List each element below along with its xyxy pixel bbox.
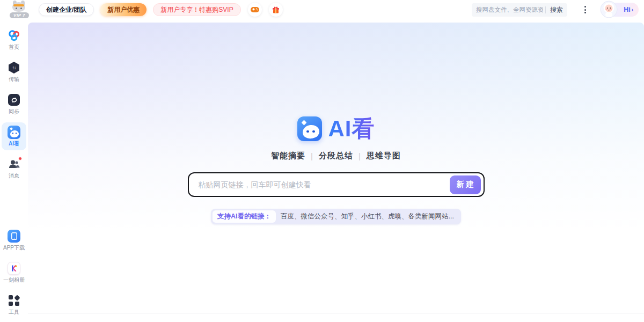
sidebar-item-label: 一刻相册 <box>3 276 25 284</box>
gift-icon <box>272 6 280 13</box>
svip-promo-button[interactable]: 新用户专享！特惠购SVIP <box>153 3 240 16</box>
tagline-item: 分段总结 <box>319 151 353 161</box>
sidebar: 首页 ↑↓ 传输 同步 AI看 <box>0 19 28 322</box>
sidebar-item-label: AI看 <box>9 140 19 148</box>
gift-button[interactable] <box>269 3 283 17</box>
sidebar-item-label: 工具 <box>9 309 19 316</box>
vip-badge: VIP 7 <box>10 12 29 18</box>
unread-badge <box>18 157 22 160</box>
sidebar-item-app-download[interactable]: APP下载 <box>2 226 26 254</box>
search-divider <box>545 6 546 13</box>
main-area: AI看 智能摘要 | 分段总结 | 思维导图 新 建 支持AI看的链接： 百度、… <box>28 19 644 322</box>
sidebar-item-home[interactable]: 首页 <box>2 26 26 54</box>
sidebar-item-photo-album[interactable]: 一刻相册 <box>2 259 26 287</box>
messages-icon <box>8 158 20 171</box>
ai-view-logo: AI看 <box>297 114 375 144</box>
global-search: 搜索 <box>472 3 567 17</box>
ai-view-panel: AI看 智能摘要 | 分段总结 | 思维导图 新 建 支持AI看的链接： 百度、… <box>28 23 644 313</box>
tagline: 智能摘要 | 分段总结 | 思维导图 <box>271 151 401 161</box>
brand-logo[interactable]: VIP 7 <box>8 0 32 19</box>
sidebar-item-label: APP下载 <box>3 244 25 252</box>
sidebar-item-tools[interactable]: 工具 <box>2 291 26 319</box>
game-button[interactable] <box>248 3 262 17</box>
gamepad-icon <box>251 6 259 13</box>
supported-links-hint: 支持AI看的链接： 百度、微信公众号、知乎、小红书、虎嗅、各类新闻网站... <box>211 209 461 224</box>
search-button[interactable]: 搜索 <box>550 5 563 14</box>
sidebar-item-transfer[interactable]: ↑↓ 传输 <box>2 58 26 86</box>
sidebar-item-label: 消息 <box>9 172 19 180</box>
sync-icon <box>8 93 20 106</box>
photo-album-icon <box>8 262 20 275</box>
chevron-right-icon: › <box>632 7 633 13</box>
new-user-offer-button[interactable]: 新用户优惠 <box>100 3 147 16</box>
tools-icon <box>8 294 20 307</box>
create-button[interactable]: 新 建 <box>450 175 481 194</box>
ai-view-logo-text: AI看 <box>328 114 375 144</box>
supported-links-label: 支持AI看的链接： <box>213 210 276 223</box>
netdisk-home-icon <box>8 29 20 42</box>
sidebar-item-label: 首页 <box>9 43 19 51</box>
url-input-box: 新 建 <box>188 172 485 197</box>
ai-view-logo-icon <box>297 116 322 141</box>
top-bar: VIP 7 创建企业/团队 新用户优惠 新用户专享！特惠购SVIP 搜索 <box>0 0 644 19</box>
create-team-button[interactable]: 创建企业/团队 <box>39 3 94 16</box>
tagline-separator: | <box>311 151 313 160</box>
greeting-text: Hi <box>624 6 631 13</box>
search-input[interactable] <box>476 6 543 13</box>
sidebar-item-messages[interactable]: 消息 <box>2 155 26 182</box>
tagline-item: 思维导图 <box>367 151 401 161</box>
sidebar-bottom-group: APP下载 一刻相册 工具 <box>2 222 26 319</box>
app-download-icon <box>8 230 20 243</box>
more-menu-button[interactable] <box>582 4 588 16</box>
sidebar-item-sync[interactable]: 同步 <box>2 90 26 118</box>
ai-view-icon <box>8 126 20 138</box>
transfer-icon: ↑↓ <box>8 61 20 74</box>
sidebar-item-label: 同步 <box>9 108 19 115</box>
tagline-separator: | <box>358 151 361 160</box>
mascot-icon <box>12 1 26 12</box>
avatar <box>600 1 618 18</box>
sidebar-item-ai-view[interactable]: AI看 <box>2 122 26 150</box>
user-account-button[interactable]: Hi › <box>601 3 639 17</box>
sidebar-item-label: 传输 <box>9 76 19 83</box>
url-input[interactable] <box>199 180 450 189</box>
tagline-item: 智能摘要 <box>271 151 305 161</box>
supported-links-text: 百度、微信公众号、知乎、小红书、虎嗅、各类新闻网站... <box>276 212 459 221</box>
hero-section: AI看 智能摘要 | 分段总结 | 思维导图 新 建 支持AI看的链接： 百度、… <box>28 114 644 224</box>
